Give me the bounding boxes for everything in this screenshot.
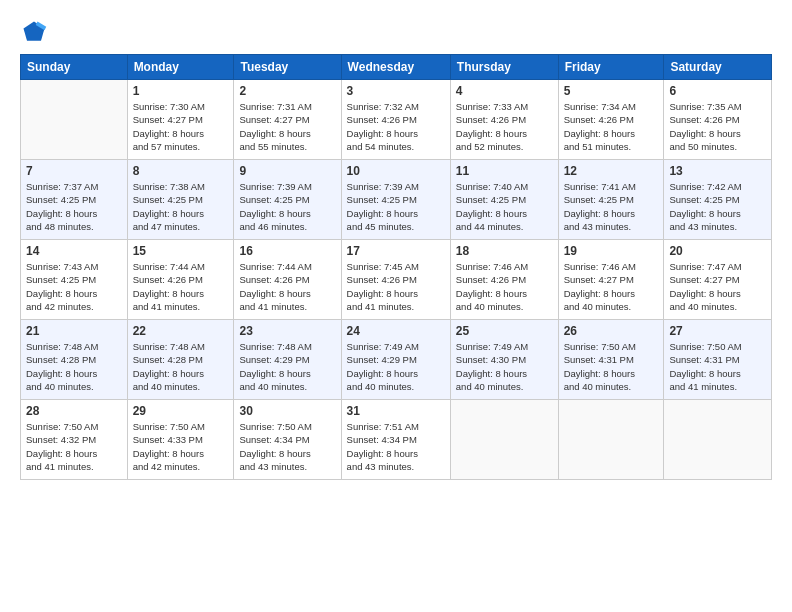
calendar-cell: 15Sunrise: 7:44 AMSunset: 4:26 PMDayligh… <box>127 240 234 320</box>
day-number: 1 <box>133 84 229 98</box>
weekday-header-tuesday: Tuesday <box>234 55 341 80</box>
day-info: Sunrise: 7:48 AMSunset: 4:29 PMDaylight:… <box>239 340 335 393</box>
calendar-cell: 22Sunrise: 7:48 AMSunset: 4:28 PMDayligh… <box>127 320 234 400</box>
calendar-cell: 28Sunrise: 7:50 AMSunset: 4:32 PMDayligh… <box>21 400 128 480</box>
calendar-cell: 2Sunrise: 7:31 AMSunset: 4:27 PMDaylight… <box>234 80 341 160</box>
day-info: Sunrise: 7:32 AMSunset: 4:26 PMDaylight:… <box>347 100 445 153</box>
day-info: Sunrise: 7:40 AMSunset: 4:25 PMDaylight:… <box>456 180 553 233</box>
calendar-week-row: 1Sunrise: 7:30 AMSunset: 4:27 PMDaylight… <box>21 80 772 160</box>
day-number: 26 <box>564 324 659 338</box>
day-number: 14 <box>26 244 122 258</box>
calendar-cell <box>664 400 772 480</box>
day-info: Sunrise: 7:50 AMSunset: 4:31 PMDaylight:… <box>669 340 766 393</box>
calendar-cell: 23Sunrise: 7:48 AMSunset: 4:29 PMDayligh… <box>234 320 341 400</box>
day-info: Sunrise: 7:38 AMSunset: 4:25 PMDaylight:… <box>133 180 229 233</box>
day-number: 13 <box>669 164 766 178</box>
day-info: Sunrise: 7:46 AMSunset: 4:27 PMDaylight:… <box>564 260 659 313</box>
day-info: Sunrise: 7:50 AMSunset: 4:31 PMDaylight:… <box>564 340 659 393</box>
calendar-cell: 13Sunrise: 7:42 AMSunset: 4:25 PMDayligh… <box>664 160 772 240</box>
calendar-cell: 20Sunrise: 7:47 AMSunset: 4:27 PMDayligh… <box>664 240 772 320</box>
calendar-header-row: SundayMondayTuesdayWednesdayThursdayFrid… <box>21 55 772 80</box>
day-info: Sunrise: 7:30 AMSunset: 4:27 PMDaylight:… <box>133 100 229 153</box>
day-info: Sunrise: 7:42 AMSunset: 4:25 PMDaylight:… <box>669 180 766 233</box>
weekday-header-thursday: Thursday <box>450 55 558 80</box>
day-info: Sunrise: 7:49 AMSunset: 4:30 PMDaylight:… <box>456 340 553 393</box>
day-info: Sunrise: 7:47 AMSunset: 4:27 PMDaylight:… <box>669 260 766 313</box>
weekday-header-monday: Monday <box>127 55 234 80</box>
calendar-cell: 5Sunrise: 7:34 AMSunset: 4:26 PMDaylight… <box>558 80 664 160</box>
day-info: Sunrise: 7:45 AMSunset: 4:26 PMDaylight:… <box>347 260 445 313</box>
weekday-header-friday: Friday <box>558 55 664 80</box>
day-info: Sunrise: 7:50 AMSunset: 4:33 PMDaylight:… <box>133 420 229 473</box>
day-number: 2 <box>239 84 335 98</box>
day-number: 25 <box>456 324 553 338</box>
calendar-cell: 16Sunrise: 7:44 AMSunset: 4:26 PMDayligh… <box>234 240 341 320</box>
day-number: 18 <box>456 244 553 258</box>
calendar-cell: 3Sunrise: 7:32 AMSunset: 4:26 PMDaylight… <box>341 80 450 160</box>
day-info: Sunrise: 7:37 AMSunset: 4:25 PMDaylight:… <box>26 180 122 233</box>
day-info: Sunrise: 7:50 AMSunset: 4:34 PMDaylight:… <box>239 420 335 473</box>
calendar-cell <box>450 400 558 480</box>
calendar-cell: 19Sunrise: 7:46 AMSunset: 4:27 PMDayligh… <box>558 240 664 320</box>
day-number: 10 <box>347 164 445 178</box>
calendar-cell: 29Sunrise: 7:50 AMSunset: 4:33 PMDayligh… <box>127 400 234 480</box>
logo-icon <box>20 18 48 46</box>
day-info: Sunrise: 7:34 AMSunset: 4:26 PMDaylight:… <box>564 100 659 153</box>
calendar-cell: 14Sunrise: 7:43 AMSunset: 4:25 PMDayligh… <box>21 240 128 320</box>
day-info: Sunrise: 7:50 AMSunset: 4:32 PMDaylight:… <box>26 420 122 473</box>
day-info: Sunrise: 7:44 AMSunset: 4:26 PMDaylight:… <box>239 260 335 313</box>
day-number: 16 <box>239 244 335 258</box>
day-number: 21 <box>26 324 122 338</box>
day-number: 3 <box>347 84 445 98</box>
calendar-cell: 6Sunrise: 7:35 AMSunset: 4:26 PMDaylight… <box>664 80 772 160</box>
day-number: 15 <box>133 244 229 258</box>
calendar-week-row: 28Sunrise: 7:50 AMSunset: 4:32 PMDayligh… <box>21 400 772 480</box>
day-info: Sunrise: 7:46 AMSunset: 4:26 PMDaylight:… <box>456 260 553 313</box>
calendar-cell: 12Sunrise: 7:41 AMSunset: 4:25 PMDayligh… <box>558 160 664 240</box>
weekday-header-saturday: Saturday <box>664 55 772 80</box>
logo <box>20 18 52 46</box>
day-number: 4 <box>456 84 553 98</box>
day-number: 20 <box>669 244 766 258</box>
day-number: 11 <box>456 164 553 178</box>
day-info: Sunrise: 7:48 AMSunset: 4:28 PMDaylight:… <box>26 340 122 393</box>
day-number: 6 <box>669 84 766 98</box>
day-info: Sunrise: 7:31 AMSunset: 4:27 PMDaylight:… <box>239 100 335 153</box>
day-number: 22 <box>133 324 229 338</box>
day-number: 19 <box>564 244 659 258</box>
calendar-week-row: 14Sunrise: 7:43 AMSunset: 4:25 PMDayligh… <box>21 240 772 320</box>
day-number: 29 <box>133 404 229 418</box>
day-number: 17 <box>347 244 445 258</box>
calendar-cell: 25Sunrise: 7:49 AMSunset: 4:30 PMDayligh… <box>450 320 558 400</box>
day-info: Sunrise: 7:51 AMSunset: 4:34 PMDaylight:… <box>347 420 445 473</box>
calendar-cell: 4Sunrise: 7:33 AMSunset: 4:26 PMDaylight… <box>450 80 558 160</box>
day-number: 28 <box>26 404 122 418</box>
day-number: 9 <box>239 164 335 178</box>
calendar-cell: 27Sunrise: 7:50 AMSunset: 4:31 PMDayligh… <box>664 320 772 400</box>
calendar-cell: 30Sunrise: 7:50 AMSunset: 4:34 PMDayligh… <box>234 400 341 480</box>
day-info: Sunrise: 7:49 AMSunset: 4:29 PMDaylight:… <box>347 340 445 393</box>
calendar-cell: 7Sunrise: 7:37 AMSunset: 4:25 PMDaylight… <box>21 160 128 240</box>
day-number: 7 <box>26 164 122 178</box>
weekday-header-wednesday: Wednesday <box>341 55 450 80</box>
calendar-cell <box>21 80 128 160</box>
calendar-cell: 8Sunrise: 7:38 AMSunset: 4:25 PMDaylight… <box>127 160 234 240</box>
calendar-cell: 26Sunrise: 7:50 AMSunset: 4:31 PMDayligh… <box>558 320 664 400</box>
header <box>20 18 772 46</box>
calendar-week-row: 7Sunrise: 7:37 AMSunset: 4:25 PMDaylight… <box>21 160 772 240</box>
day-info: Sunrise: 7:33 AMSunset: 4:26 PMDaylight:… <box>456 100 553 153</box>
weekday-header-sunday: Sunday <box>21 55 128 80</box>
calendar-cell: 31Sunrise: 7:51 AMSunset: 4:34 PMDayligh… <box>341 400 450 480</box>
day-number: 12 <box>564 164 659 178</box>
calendar-table: SundayMondayTuesdayWednesdayThursdayFrid… <box>20 54 772 480</box>
day-info: Sunrise: 7:35 AMSunset: 4:26 PMDaylight:… <box>669 100 766 153</box>
calendar-cell: 1Sunrise: 7:30 AMSunset: 4:27 PMDaylight… <box>127 80 234 160</box>
calendar-cell: 21Sunrise: 7:48 AMSunset: 4:28 PMDayligh… <box>21 320 128 400</box>
day-info: Sunrise: 7:43 AMSunset: 4:25 PMDaylight:… <box>26 260 122 313</box>
calendar-cell: 10Sunrise: 7:39 AMSunset: 4:25 PMDayligh… <box>341 160 450 240</box>
day-number: 24 <box>347 324 445 338</box>
day-number: 30 <box>239 404 335 418</box>
day-number: 31 <box>347 404 445 418</box>
day-info: Sunrise: 7:48 AMSunset: 4:28 PMDaylight:… <box>133 340 229 393</box>
calendar-cell: 11Sunrise: 7:40 AMSunset: 4:25 PMDayligh… <box>450 160 558 240</box>
